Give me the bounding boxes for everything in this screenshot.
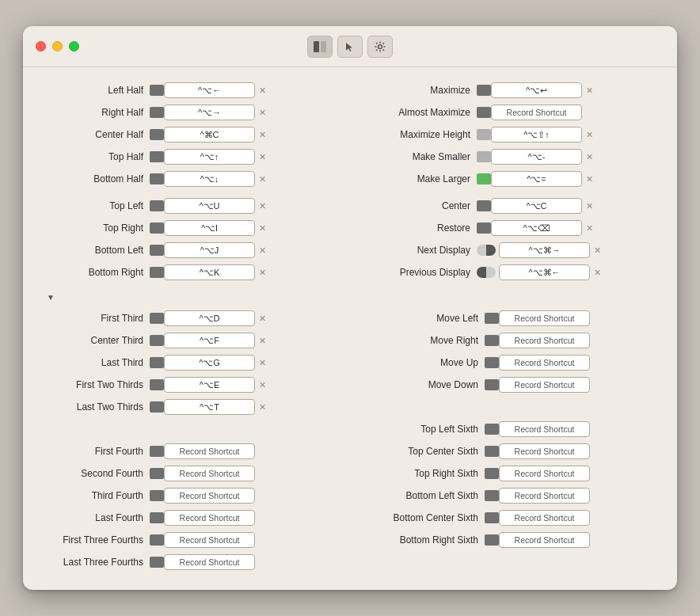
bottom-half-clear[interactable]: ✕ bbox=[257, 173, 268, 184]
last-two-thirds-clear[interactable]: ✕ bbox=[257, 401, 268, 413]
top-right-sixth-record[interactable]: Record Shortcut bbox=[499, 466, 590, 481]
first-three-fourths-record[interactable]: Record Shortcut bbox=[164, 532, 255, 548]
make-smaller-clear[interactable]: ✕ bbox=[584, 151, 595, 162]
make-smaller-shortcut[interactable]: ^⌥- bbox=[491, 149, 582, 165]
last-third-clear[interactable]: ✕ bbox=[257, 357, 268, 368]
center-shortcut[interactable]: ^⌥C bbox=[491, 198, 582, 214]
maximize-height-clear[interactable]: ✕ bbox=[584, 129, 595, 140]
last-third-shortcut[interactable]: ^⌥G bbox=[164, 355, 255, 371]
first-two-thirds-shortcut[interactable]: ^⌥E bbox=[164, 377, 255, 393]
move-right-record[interactable]: Record Shortcut bbox=[499, 333, 590, 348]
last-fourth-label: Last Fourth bbox=[39, 512, 150, 523]
bottom-right-sixth-record[interactable]: Record Shortcut bbox=[499, 532, 590, 548]
top-right-shortcut[interactable]: ^⌥I bbox=[164, 220, 255, 236]
restore-label: Restore bbox=[350, 222, 477, 234]
svg-marker-2 bbox=[346, 43, 352, 51]
prev-display-icon bbox=[477, 267, 496, 278]
toolbar bbox=[307, 36, 393, 58]
row-first-third: First Third ^⌥D ✕ bbox=[39, 308, 350, 329]
row-first-two-thirds: First Two Thirds ^⌥E ✕ bbox=[39, 375, 350, 395]
last-three-fourths-label: Last Three Fourths bbox=[39, 557, 150, 568]
bottom-right-clear[interactable]: ✕ bbox=[257, 267, 268, 278]
maximize-shortcut[interactable]: ^⌥↩ bbox=[491, 82, 582, 98]
bottom-center-sixth-label: Bottom Center Sixth bbox=[350, 512, 485, 523]
row-top-right-sixth: Top Right Sixth Record Shortcut bbox=[350, 463, 661, 484]
last-three-fourths-record[interactable]: Record Shortcut bbox=[164, 554, 255, 570]
center-half-shortcut[interactable]: ^⌘C bbox=[164, 127, 255, 143]
prev-display-shortcut[interactable]: ^⌥⌘← bbox=[499, 264, 590, 280]
bottom-right-shortcut[interactable]: ^⌥K bbox=[164, 264, 255, 280]
first-three-fourths-icon bbox=[150, 534, 164, 546]
top-left-sixth-icon bbox=[485, 424, 499, 435]
second-fourth-record[interactable]: Record Shortcut bbox=[164, 466, 255, 481]
first-third-clear[interactable]: ✕ bbox=[257, 313, 268, 324]
top-left-clear[interactable]: ✕ bbox=[257, 200, 268, 211]
top-right-clear[interactable]: ✕ bbox=[257, 222, 268, 234]
first-third-shortcut[interactable]: ^⌥D bbox=[164, 310, 255, 326]
row-last-three-fourths: Last Three Fourths Record Shortcut bbox=[39, 552, 350, 572]
toolbar-layout-icon[interactable] bbox=[307, 36, 333, 58]
titlebar bbox=[23, 26, 677, 67]
maximize-height-shortcut[interactable]: ^⌥⇧↑ bbox=[491, 127, 582, 143]
maximize-button[interactable] bbox=[69, 41, 79, 51]
top-right-sixth-label: Top Right Sixth bbox=[350, 468, 485, 479]
right-half-shortcut[interactable]: ^⌥→ bbox=[164, 105, 255, 120]
top-half-clear[interactable]: ✕ bbox=[257, 151, 268, 162]
left-half-clear[interactable]: ✕ bbox=[257, 85, 268, 96]
restore-clear[interactable]: ✕ bbox=[584, 222, 595, 234]
row-right-half: Right Half ^⌥→ ✕ bbox=[39, 102, 350, 123]
last-two-thirds-shortcut[interactable]: ^⌥T bbox=[164, 399, 255, 415]
bottom-left-clear[interactable]: ✕ bbox=[257, 245, 268, 256]
make-larger-clear[interactable]: ✕ bbox=[584, 173, 595, 184]
bottom-left-sixth-record[interactable]: Record Shortcut bbox=[499, 488, 590, 504]
section-mid: Top Left ^⌥U ✕ Top Right ^⌥I ✕ Bottom Le… bbox=[39, 196, 661, 284]
make-larger-shortcut[interactable]: ^⌥= bbox=[491, 171, 582, 187]
almost-maximize-icon bbox=[477, 107, 491, 118]
last-fourth-record[interactable]: Record Shortcut bbox=[164, 510, 255, 526]
right-half-clear[interactable]: ✕ bbox=[257, 107, 268, 118]
content-area: Left Half ^⌥← ✕ Right Half ^⌥→ ✕ Center … bbox=[23, 67, 677, 590]
toolbar-settings-icon[interactable] bbox=[367, 36, 393, 58]
first-fourth-icon bbox=[150, 446, 164, 457]
bottom-left-shortcut[interactable]: ^⌥J bbox=[164, 242, 255, 258]
first-two-thirds-clear[interactable]: ✕ bbox=[257, 379, 268, 390]
collapse-triangle[interactable]: ▼ bbox=[47, 293, 55, 302]
bottom-half-shortcut[interactable]: ^⌥↓ bbox=[164, 171, 255, 187]
center-third-label: Center Third bbox=[39, 335, 150, 346]
row-bottom-right-sixth: Bottom Right Sixth Record Shortcut bbox=[350, 530, 661, 550]
center-third-clear[interactable]: ✕ bbox=[257, 335, 268, 346]
row-maximize: Maximize ^⌥↩ ✕ bbox=[350, 80, 661, 101]
center-third-shortcut[interactable]: ^⌥F bbox=[164, 333, 255, 348]
top-left-sixth-record[interactable]: Record Shortcut bbox=[499, 421, 590, 437]
top-half-shortcut[interactable]: ^⌥↑ bbox=[164, 149, 255, 165]
bottom-right-label: Bottom Right bbox=[39, 267, 150, 278]
bottom-right-sixth-icon bbox=[485, 534, 499, 546]
top-left-shortcut[interactable]: ^⌥U bbox=[164, 198, 255, 214]
center-half-clear[interactable]: ✕ bbox=[257, 129, 268, 140]
minimize-button[interactable] bbox=[52, 41, 63, 51]
bottom-left-sixth-icon bbox=[485, 490, 499, 501]
last-three-fourths-icon bbox=[150, 557, 164, 568]
move-down-record[interactable]: Record Shortcut bbox=[499, 377, 590, 393]
maximize-icon bbox=[477, 85, 491, 96]
next-display-shortcut[interactable]: ^⌥⌘→ bbox=[499, 242, 590, 258]
bottom-center-sixth-record[interactable]: Record Shortcut bbox=[499, 510, 590, 526]
prev-display-clear[interactable]: ✕ bbox=[592, 267, 603, 278]
move-left-record[interactable]: Record Shortcut bbox=[499, 310, 590, 326]
restore-shortcut[interactable]: ^⌥⌫ bbox=[491, 220, 582, 236]
left-half-shortcut[interactable]: ^⌥← bbox=[164, 82, 255, 98]
third-fourth-record[interactable]: Record Shortcut bbox=[164, 488, 255, 504]
move-up-record[interactable]: Record Shortcut bbox=[499, 355, 590, 371]
center-clear[interactable]: ✕ bbox=[584, 200, 595, 211]
bottom-left-sixth-label: Bottom Left Sixth bbox=[350, 490, 485, 501]
mid-right-col: Center ^⌥C ✕ Restore ^⌥⌫ ✕ Next Display … bbox=[350, 196, 661, 284]
next-display-clear[interactable]: ✕ bbox=[592, 245, 603, 256]
first-fourth-record[interactable]: Record Shortcut bbox=[164, 443, 255, 459]
top-half-icon bbox=[150, 151, 164, 162]
close-button[interactable] bbox=[36, 41, 46, 51]
toolbar-cursor-icon[interactable] bbox=[337, 36, 363, 58]
almost-maximize-record[interactable]: Record Shortcut bbox=[491, 105, 582, 120]
top-center-sixth-record[interactable]: Record Shortcut bbox=[499, 443, 590, 459]
maximize-clear[interactable]: ✕ bbox=[584, 85, 595, 96]
row-bottom-center-sixth: Bottom Center Sixth Record Shortcut bbox=[350, 508, 661, 528]
